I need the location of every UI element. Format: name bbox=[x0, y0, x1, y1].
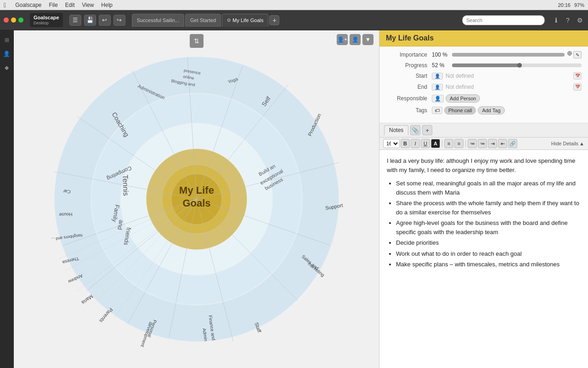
tag-icon[interactable]: 🏷 bbox=[432, 107, 442, 114]
tab-circle-icon: ⊙ bbox=[227, 17, 231, 23]
notes-toolbar: Notes 📎 + bbox=[379, 123, 588, 138]
bullet-item-5: Make specific plans – with timescales, m… bbox=[396, 260, 581, 269]
svg-text:Goals: Goals bbox=[182, 197, 210, 209]
bullet-item-1: Share the process with the whole family … bbox=[396, 199, 581, 217]
outdent-button[interactable]: ⇤ bbox=[498, 139, 507, 148]
redo-button[interactable]: ↪ bbox=[113, 15, 125, 26]
tags-row: Tags 🏷 Phone call Add Tag bbox=[386, 106, 582, 115]
font-size-select[interactable]: 16 bbox=[383, 139, 400, 148]
start-calendar-button[interactable]: 📅 bbox=[573, 72, 582, 80]
bullet-item-0: Set some real, meaningful goals in all t… bbox=[396, 179, 581, 197]
tab-my-life-goals-label: My Life Goals bbox=[232, 17, 263, 23]
apple-menu[interactable]:  bbox=[4, 1, 6, 9]
undo-button[interactable]: ↩ bbox=[99, 15, 111, 26]
window-controls bbox=[4, 17, 23, 23]
tabs-area: Successful Sailin... Get Started ⊙ My Li… bbox=[132, 14, 459, 27]
bullet-item-3: Decide priorities bbox=[396, 238, 581, 247]
add-tag-button[interactable]: Add Tag bbox=[478, 106, 504, 115]
tab-get-started[interactable]: Get Started bbox=[185, 14, 221, 27]
sidebar-icon-grid[interactable]: ⊞ bbox=[2, 35, 12, 45]
start-label: Start bbox=[386, 73, 427, 79]
end-calendar-button[interactable]: 📅 bbox=[573, 83, 582, 91]
radial-controls: 👤+ 👤 ▼ bbox=[337, 34, 373, 45]
sidebar-icon-user[interactable]: 👤 bbox=[2, 49, 12, 59]
menu-edit[interactable]: Edit bbox=[65, 2, 75, 8]
sidebar: ⊞ 👤 ◆ bbox=[0, 30, 14, 368]
tab-my-life-goals[interactable]: ⊙ My Life Goals bbox=[222, 14, 268, 27]
tab-sailing-label: Successful Sailin... bbox=[137, 17, 179, 23]
phone-call-tag[interactable]: Phone call bbox=[444, 106, 476, 115]
end-label: End bbox=[386, 84, 427, 90]
notes-content[interactable]: I lead a very busy life: although I enjo… bbox=[379, 150, 588, 368]
hide-details-button[interactable]: Hide Details ▲ bbox=[551, 141, 584, 146]
notes-tab[interactable]: Notes bbox=[384, 125, 408, 135]
scroll-arrow[interactable]: ⇅ bbox=[190, 34, 204, 48]
importance-bar[interactable] bbox=[452, 53, 565, 57]
responsible-row: Responsible 👤 Add Person bbox=[386, 94, 582, 103]
end-icon[interactable]: 👤 bbox=[432, 84, 443, 91]
start-icon[interactable]: 👤 bbox=[432, 73, 443, 80]
expand-button[interactable]: ▼ bbox=[362, 34, 373, 45]
importance-row: Importance 100 % ✎ bbox=[386, 51, 582, 58]
add-tab-button[interactable]: + bbox=[269, 15, 279, 25]
save-button[interactable]: 💾 bbox=[84, 15, 96, 26]
panel-fields: Importance 100 % ✎ Progress 52 % bbox=[379, 46, 588, 123]
bullet-item-4: Work out what to do in order to reach ea… bbox=[396, 249, 581, 259]
progress-bar[interactable] bbox=[452, 63, 582, 67]
end-value: Not defined bbox=[446, 84, 474, 90]
importance-label: Importance bbox=[386, 52, 427, 58]
start-row: Start 👤 Not defined 📅 bbox=[386, 72, 582, 80]
importance-value: 100 % bbox=[432, 52, 448, 58]
menubar-time: 20:16 bbox=[558, 2, 571, 8]
link-button[interactable]: 🔗 bbox=[508, 139, 517, 148]
separator-1 bbox=[442, 140, 442, 147]
zoom-out-button[interactable]: 👤 bbox=[350, 34, 361, 45]
chevron-up-icon: ▲ bbox=[579, 141, 584, 146]
underline-button[interactable]: U bbox=[421, 139, 430, 148]
align-center-button[interactable]: ≡ bbox=[454, 139, 464, 148]
bullet-list-button[interactable]: ≔ bbox=[468, 139, 477, 148]
radial-chart: My Life Goals Production Support Sales a… bbox=[40, 43, 353, 356]
menu-file[interactable]: File bbox=[49, 2, 58, 8]
italic-button[interactable]: I bbox=[411, 139, 420, 148]
menu-help[interactable]: Help bbox=[101, 2, 113, 8]
align-left-button[interactable]: ≡ bbox=[444, 139, 453, 148]
start-value: Not defined bbox=[446, 73, 474, 79]
progress-row: Progress 52 % bbox=[386, 62, 582, 69]
close-button[interactable] bbox=[4, 17, 9, 23]
text-color-button[interactable]: A bbox=[431, 139, 440, 148]
sidebar-toggle-button[interactable]: ☰ bbox=[69, 15, 81, 26]
add-note-button[interactable]: + bbox=[422, 125, 432, 135]
importance-lock-icon[interactable] bbox=[567, 51, 572, 56]
menubar:  Goalscape File Edit View Help 20:16 97… bbox=[0, 0, 588, 10]
bold-button[interactable]: B bbox=[401, 139, 410, 148]
attach-button[interactable]: 📎 bbox=[410, 125, 420, 135]
sidebar-icon-diamond[interactable]: ◆ bbox=[2, 63, 12, 73]
search-input[interactable] bbox=[462, 15, 545, 25]
tab-sailing[interactable]: Successful Sailin... bbox=[132, 14, 184, 27]
menu-goalscape[interactable]: Goalscape bbox=[15, 2, 41, 8]
responsible-label: Responsible bbox=[386, 95, 427, 102]
responsible-person-icon[interactable]: 👤 bbox=[432, 95, 444, 103]
toolbar: Goalscape Desktop ☰ 💾 ↩ ↪ Successful Sai… bbox=[0, 10, 588, 30]
toolbar-right-icons: ℹ ? ⚙ bbox=[551, 16, 584, 25]
question-icon[interactable]: ? bbox=[563, 16, 572, 25]
numbered-list-button[interactable]: ≔ bbox=[478, 139, 487, 148]
settings-icon[interactable]: ⚙ bbox=[575, 16, 584, 25]
minimize-button[interactable] bbox=[11, 17, 16, 23]
bullet-item-2: Agree high-level goals for the business … bbox=[396, 218, 581, 236]
indent-button[interactable]: ⇥ bbox=[488, 139, 497, 148]
svg-text:House: House bbox=[59, 212, 73, 217]
progress-value: 52 % bbox=[432, 62, 448, 69]
add-person-button[interactable]: Add Person bbox=[446, 94, 480, 103]
menu-view[interactable]: View bbox=[82, 2, 94, 8]
notes-paragraph: I lead a very busy life: although I enjo… bbox=[387, 156, 581, 174]
svg-text:Maria: Maria bbox=[80, 293, 94, 305]
svg-text:My Life: My Life bbox=[179, 184, 214, 196]
maximize-button[interactable] bbox=[18, 17, 23, 23]
zoom-in-button[interactable]: 👤+ bbox=[337, 34, 348, 45]
tab-get-started-label: Get Started bbox=[190, 17, 216, 23]
format-toolbar: 16 B I U A ≡ ≡ ≔ ≔ ⇥ ⇤ 🔗 Hide Details ▲ bbox=[379, 138, 588, 150]
importance-edit-button[interactable]: ✎ bbox=[573, 51, 582, 58]
info-icon[interactable]: ℹ bbox=[551, 16, 560, 25]
